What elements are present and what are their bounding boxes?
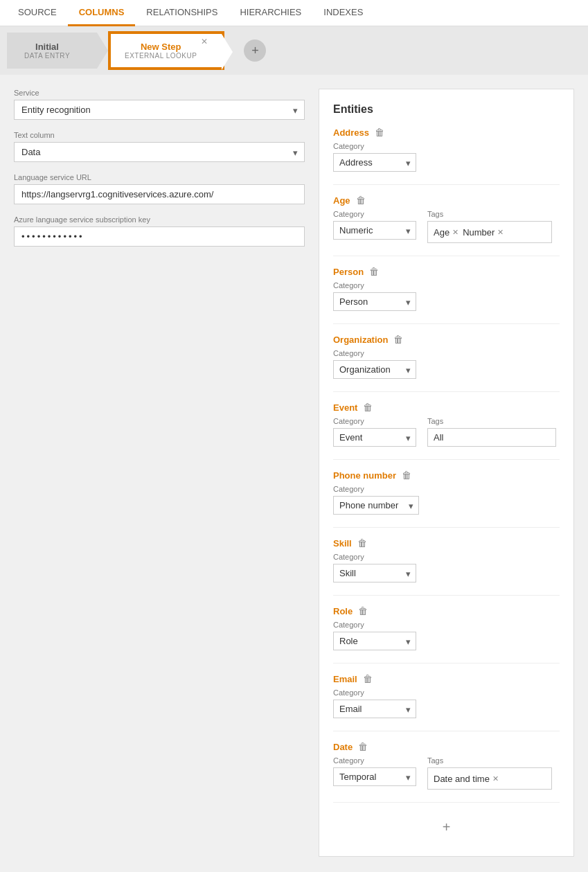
tag-date-and-time-close[interactable]: ✕ — [492, 774, 499, 783]
step-initial-label: Initial — [35, 42, 59, 52]
entity-date-tags-field: Tags Date and time ✕ — [427, 756, 552, 790]
entity-age-tags-field: Tags Age ✕ Number ✕ — [427, 210, 552, 243]
entity-date-name: Date — [333, 742, 353, 752]
entity-person-fields: Category Person — [333, 281, 560, 311]
entity-age-category-wrap[interactable]: Numeric — [333, 221, 416, 240]
entity-age-category-select[interactable]: Numeric — [333, 221, 416, 240]
entity-date-category-select[interactable]: Temporal — [333, 767, 416, 786]
tab-relationships[interactable]: RELATIONSHIPS — [135, 0, 229, 26]
entity-organization-category-wrap[interactable]: Organization — [333, 360, 416, 379]
pipeline-step-initial[interactable]: Initial DATA ENTRY — [7, 33, 97, 69]
entity-organization-delete[interactable]: 🗑 — [393, 334, 403, 345]
entity-event-tags-input[interactable] — [427, 428, 556, 447]
entity-event-tags-label: Tags — [427, 417, 556, 425]
text-column-select[interactable]: Data — [14, 142, 305, 162]
entity-phone-name: Phone number — [333, 470, 396, 481]
key-field-group: Azure language service subscription key — [14, 215, 305, 247]
entity-skill-category-select[interactable]: Skill — [333, 564, 416, 582]
entity-date-category-wrap[interactable]: Temporal — [333, 767, 416, 786]
entity-role-category-select[interactable]: Role — [333, 632, 416, 650]
entity-address: Address 🗑 Category Address — [333, 127, 560, 172]
entity-email-category-select[interactable]: Email — [333, 700, 416, 718]
entity-email-delete[interactable]: 🗑 — [363, 673, 373, 684]
add-step-button[interactable]: + — [244, 39, 266, 62]
entity-event-delete[interactable]: 🗑 — [363, 402, 373, 413]
entity-email-header: Email 🗑 — [333, 673, 560, 684]
entity-skill-category-label: Category — [333, 553, 416, 561]
service-select[interactable]: Entity recognition — [14, 100, 305, 120]
entity-skill-fields: Category Skill — [333, 553, 560, 582]
entity-date-fields: Category Temporal Tags Date and time ✕ — [333, 756, 560, 790]
entity-person-delete[interactable]: 🗑 — [369, 266, 379, 277]
entity-date: Date 🗑 Category Temporal Tags Date and t… — [333, 741, 560, 790]
entity-phone-category-field: Category Phone number — [333, 485, 419, 515]
entity-event-category-label: Category — [333, 417, 416, 425]
entity-role-header: Role 🗑 — [333, 605, 560, 616]
entity-email-name: Email — [333, 674, 357, 684]
step-new-label: New Step — [141, 42, 181, 52]
entity-date-category-field: Category Temporal — [333, 756, 416, 786]
step-initial-sub: DATA ENTRY — [24, 52, 70, 60]
add-entity-button[interactable]: + — [333, 812, 560, 842]
step-new-sub: EXTERNAL LOOKUP — [125, 52, 197, 60]
entity-age-header: Age 🗑 — [333, 195, 560, 206]
text-column-select-wrap[interactable]: Data — [14, 142, 305, 162]
text-column-field-group: Text column Data — [14, 131, 305, 162]
entity-address-category-select[interactable]: Address — [333, 153, 416, 172]
entity-phone-delete[interactable]: 🗑 — [402, 470, 411, 481]
entity-event-category-select[interactable]: Event — [333, 428, 416, 447]
entity-age-category-label: Category — [333, 210, 416, 218]
tag-number-close[interactable]: ✕ — [497, 228, 504, 237]
service-select-wrap[interactable]: Entity recognition — [14, 100, 305, 120]
entity-role-delete[interactable]: 🗑 — [358, 605, 368, 616]
entity-phone-fields: Category Phone number — [333, 485, 560, 515]
url-input[interactable] — [14, 184, 305, 204]
entity-phone-category-wrap[interactable]: Phone number — [333, 496, 419, 515]
entity-date-header: Date 🗑 — [333, 741, 560, 752]
entity-age-fields: Category Numeric Tags Age ✕ Number ✕ — [333, 210, 560, 243]
entity-skill-category-wrap[interactable]: Skill — [333, 564, 416, 582]
entity-email-fields: Category Email — [333, 688, 560, 718]
entity-phone-number: Phone number 🗑 Category Phone number — [333, 470, 560, 515]
entity-date-tags-value[interactable]: Date and time ✕ — [427, 767, 552, 790]
entity-event-tags-field: Tags — [427, 417, 556, 447]
entity-date-delete[interactable]: 🗑 — [358, 741, 368, 752]
entity-age: Age 🗑 Category Numeric Tags Age ✕ — [333, 195, 560, 243]
entity-address-delete[interactable]: 🗑 — [375, 127, 384, 138]
entity-role-category-wrap[interactable]: Role — [333, 632, 416, 650]
entity-person-name: Person — [333, 267, 364, 277]
entity-role-name: Role — [333, 606, 353, 616]
entity-skill-header: Skill 🗑 — [333, 537, 560, 549]
entity-role-category-field: Category Role — [333, 621, 416, 650]
entity-skill-delete[interactable]: 🗑 — [357, 537, 367, 549]
tab-columns[interactable]: COLUMNS — [68, 0, 136, 26]
right-panel: Entities Address 🗑 Category Address — [319, 89, 574, 857]
key-input[interactable] — [14, 226, 305, 247]
entity-email-category-field: Category Email — [333, 688, 416, 718]
entity-age-name: Age — [333, 195, 350, 206]
top-navigation: SOURCE COLUMNS RELATIONSHIPS HIERARCHIES… — [0, 0, 588, 26]
step-close-button[interactable]: ✕ — [201, 37, 208, 46]
tab-hierarchies[interactable]: HIERARCHIES — [229, 0, 312, 26]
tag-date-and-time: Date and time ✕ — [434, 774, 499, 784]
pipeline-step-new[interactable]: New Step EXTERNAL LOOKUP ✕ — [109, 33, 223, 69]
entity-email-category-wrap[interactable]: Email — [333, 700, 416, 718]
entity-age-tags-label: Tags — [427, 210, 552, 218]
entity-organization-category-select[interactable]: Organization — [333, 360, 416, 379]
entity-age-tags-value[interactable]: Age ✕ Number ✕ — [427, 221, 552, 243]
entity-organization-category-label: Category — [333, 349, 416, 357]
entities-title: Entities — [333, 103, 560, 116]
entity-email: Email 🗑 Category Email — [333, 673, 560, 718]
entity-person-category-wrap[interactable]: Person — [333, 292, 416, 311]
tab-indexes[interactable]: INDEXES — [312, 0, 374, 26]
tab-source[interactable]: SOURCE — [7, 0, 68, 26]
entity-address-name: Address — [333, 127, 369, 138]
tag-age-close[interactable]: ✕ — [452, 228, 458, 237]
entity-event-category-wrap[interactable]: Event — [333, 428, 416, 447]
entity-skill-category-field: Category Skill — [333, 553, 416, 582]
entity-person-category-select[interactable]: Person — [333, 292, 416, 311]
entity-address-category-wrap[interactable]: Address — [333, 153, 416, 172]
entity-phone-category-select[interactable]: Phone number — [333, 496, 419, 515]
entity-age-delete[interactable]: 🗑 — [356, 195, 366, 206]
entity-age-category-field: Category Numeric — [333, 210, 416, 240]
